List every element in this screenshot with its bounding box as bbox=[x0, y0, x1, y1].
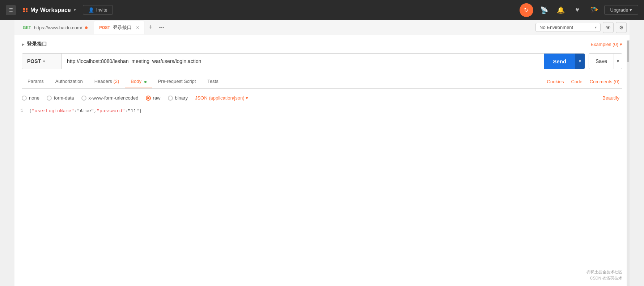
plus-icon: + bbox=[148, 24, 152, 31]
json-type-chevron-icon: ▾ bbox=[246, 95, 248, 101]
tab-authorization[interactable]: Authorization bbox=[50, 75, 89, 88]
tab-more-button[interactable]: ••• bbox=[156, 22, 167, 33]
upgrade-chevron: ▾ bbox=[630, 7, 632, 13]
topbar: ☰ My Workspace ▾ 👤 Invite ↻ 📡 🔔 ♥ 🪂 Upgr… bbox=[0, 0, 644, 20]
tab-post-login[interactable]: POST 登录接口 × bbox=[94, 21, 144, 34]
scrollbar-thumb bbox=[627, 41, 629, 62]
watermark: @稀土掘金技术社区 CSDN @浅羽技术 bbox=[586, 269, 622, 282]
examples-link[interactable]: Examples (0) ▾ bbox=[590, 42, 622, 47]
raw-radio-icon bbox=[146, 96, 151, 101]
tab-tests[interactable]: Tests bbox=[202, 75, 224, 88]
tab-authorization-label: Authorization bbox=[55, 79, 83, 84]
heart-icon-btn[interactable]: ♥ bbox=[572, 4, 583, 16]
tab-tests-label: Tests bbox=[207, 79, 218, 84]
formdata-label: form-data bbox=[54, 95, 74, 101]
env-eye-button[interactable]: 👁 bbox=[603, 22, 614, 33]
signal-icon: 📡 bbox=[540, 6, 548, 14]
workspace-chevron-icon: ▾ bbox=[74, 8, 76, 12]
save-button[interactable]: Save bbox=[589, 53, 614, 69]
body-option-none[interactable]: none bbox=[22, 95, 39, 101]
tab-headers-badge: (2) bbox=[113, 79, 119, 84]
send-dropdown-button[interactable]: ▾ bbox=[575, 54, 585, 69]
code-editor[interactable]: 1 {"userLoginName":"Aice","password":"11… bbox=[14, 106, 630, 178]
body-right: Beautify bbox=[599, 94, 622, 102]
raw-radio-inner bbox=[147, 97, 149, 99]
breadcrumb-title: 登录接口 bbox=[27, 41, 47, 47]
url-bar-wrapper: POST ▾ Send ▾ Save ▾ bbox=[22, 53, 622, 69]
cookies-link[interactable]: Cookies bbox=[544, 75, 567, 88]
tabs-bar: GET https://www.baidu.com/ POST 登录接口 × +… bbox=[14, 20, 630, 35]
urlencoded-radio-icon bbox=[81, 96, 86, 101]
body-option-formdata[interactable]: form-data bbox=[47, 95, 74, 101]
beautify-button[interactable]: Beautify bbox=[599, 94, 622, 102]
body-option-binary[interactable]: binary bbox=[168, 95, 188, 101]
save-dropdown-icon: ▾ bbox=[617, 59, 619, 64]
json-type-selector[interactable]: JSON (application/json) ▾ bbox=[195, 95, 249, 101]
signal-icon-btn[interactable]: 📡 bbox=[538, 4, 550, 16]
notification-icon-btn[interactable]: 🔔 bbox=[555, 4, 567, 16]
tab1-dot bbox=[85, 26, 88, 29]
environment-selector[interactable]: No Environment ▾ bbox=[535, 23, 601, 32]
comments-link[interactable]: Comments (0) bbox=[587, 75, 622, 88]
request-tab-right-links: Cookies Code Comments (0) bbox=[544, 75, 622, 88]
breadcrumb-arrow-icon: ▶ bbox=[22, 42, 25, 46]
more-dots-icon: ••• bbox=[159, 25, 164, 30]
upgrade-label: Upgrade bbox=[610, 7, 628, 13]
tab-params[interactable]: Params bbox=[22, 75, 50, 88]
tab2-title: 登录接口 bbox=[113, 24, 132, 31]
upgrade-button[interactable]: Upgrade ▾ bbox=[604, 5, 639, 15]
tab-get-baidu[interactable]: GET https://www.baidu.com/ bbox=[17, 21, 93, 34]
tab-prerequest[interactable]: Pre-request Script bbox=[152, 75, 202, 88]
tab-body[interactable]: Body bbox=[125, 75, 152, 88]
tab-headers-label: Headers bbox=[94, 79, 114, 84]
sync-button[interactable]: ↻ bbox=[520, 3, 533, 17]
parachute-icon-btn[interactable]: 🪂 bbox=[588, 4, 600, 16]
tab1-url: https://www.baidu.com/ bbox=[34, 25, 82, 30]
bell-icon: 🔔 bbox=[557, 6, 565, 14]
main-content: GET https://www.baidu.com/ POST 登录接口 × +… bbox=[14, 20, 630, 286]
tab-headers[interactable]: Headers (2) bbox=[89, 75, 125, 88]
binary-label: binary bbox=[175, 95, 188, 101]
binary-radio-icon bbox=[168, 96, 173, 101]
body-option-raw[interactable]: raw bbox=[146, 95, 161, 101]
invite-button[interactable]: 👤 Invite bbox=[83, 5, 113, 15]
workspace-button[interactable]: My Workspace ▾ bbox=[20, 5, 79, 15]
env-gear-button[interactable]: ⚙ bbox=[616, 22, 627, 33]
tab2-close-icon[interactable]: × bbox=[136, 25, 139, 30]
tab-prerequest-label: Pre-request Script bbox=[158, 79, 196, 84]
scrollbar[interactable] bbox=[627, 40, 630, 286]
breadcrumb: ▶ 登录接口 Examples (0) ▾ bbox=[22, 41, 622, 47]
none-label: none bbox=[29, 95, 39, 101]
method-selector[interactable]: POST ▾ bbox=[22, 54, 62, 69]
none-radio-icon bbox=[22, 96, 27, 101]
workspace-grid-icon bbox=[23, 8, 27, 12]
code-link[interactable]: Code bbox=[568, 75, 585, 88]
raw-label: raw bbox=[153, 95, 161, 101]
env-chevron-icon: ▾ bbox=[595, 25, 597, 29]
workspace-label: My Workspace bbox=[30, 7, 71, 13]
watermark-line2: CSDN @浅羽技术 bbox=[586, 275, 622, 282]
tab-add-button[interactable]: + bbox=[145, 22, 155, 33]
request-tabs: Params Authorization Headers (2) Body Pr… bbox=[22, 75, 622, 89]
watermark-line1: @稀土掘金技术社区 bbox=[586, 269, 622, 276]
tabs-right: No Environment ▾ 👁 ⚙ bbox=[535, 22, 627, 33]
url-input[interactable] bbox=[62, 54, 544, 69]
tab-params-label: Params bbox=[27, 79, 44, 84]
code-content-1: {"userLoginName":"Aice","password":"11"} bbox=[29, 108, 630, 115]
sidebar-toggle[interactable]: ☰ bbox=[6, 5, 16, 15]
body-options-bar: none form-data x-www-form-urlencoded raw… bbox=[14, 89, 630, 106]
env-placeholder: No Environment bbox=[539, 25, 573, 30]
save-dropdown-button[interactable]: ▾ bbox=[614, 53, 622, 69]
tab-body-label: Body bbox=[131, 79, 141, 84]
sidebar-toggle-icon: ☰ bbox=[9, 8, 13, 13]
send-button[interactable]: Send bbox=[544, 54, 575, 69]
urlencoded-label: x-www-form-urlencoded bbox=[89, 95, 139, 101]
tab1-method: GET bbox=[23, 25, 31, 30]
send-button-group: Send ▾ bbox=[544, 54, 585, 69]
code-line-1: 1 {"userLoginName":"Aice","password":"11… bbox=[14, 106, 630, 117]
sync-icon: ↻ bbox=[524, 7, 529, 13]
parachute-icon: 🪂 bbox=[590, 6, 598, 14]
formdata-radio-icon bbox=[47, 96, 52, 101]
topbar-icons: ↻ 📡 🔔 ♥ 🪂 bbox=[520, 3, 600, 17]
body-option-urlencoded[interactable]: x-www-form-urlencoded bbox=[81, 95, 139, 101]
